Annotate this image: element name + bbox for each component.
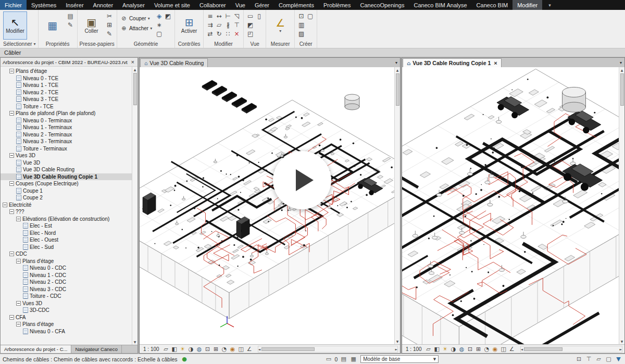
scroll-thumb[interactable] <box>133 73 137 105</box>
delete-icon[interactable]: × <box>232 29 241 38</box>
ribbon-tab-analyser[interactable]: Analyser <box>118 0 149 10</box>
tree-item[interactable]: Vue 3D Cable Routing <box>1 166 132 173</box>
ribbon-tab-collaborer[interactable]: Collaborer <box>195 0 231 10</box>
view1-vertical-scrollbar[interactable]: ▲ ▼ <box>394 67 400 344</box>
tree-item[interactable]: Plans d'étage <box>1 321 132 328</box>
ribbon-tab-vue[interactable]: Vue <box>231 0 250 10</box>
requests-icon[interactable]: ▭ <box>324 355 332 363</box>
scroll-thumb[interactable] <box>524 347 562 351</box>
detail-level-icon[interactable]: ▱ <box>424 345 433 353</box>
horizontal-scrollbar[interactable]: ◄► <box>258 346 398 353</box>
tree-item[interactable]: CDC <box>1 250 132 258</box>
show-crop-region-icon[interactable]: ⊞ <box>474 345 483 353</box>
ribbon-tab-modifier[interactable]: Modifier <box>512 0 542 10</box>
scroll-up-icon[interactable]: ▲ <box>396 67 399 73</box>
tree-item[interactable]: Toiture - CDC <box>1 293 132 300</box>
crop-view-icon[interactable]: ⊡ <box>204 345 212 353</box>
reveal-hidden-elements-icon[interactable]: ◉ <box>229 345 237 353</box>
ribbon-tab-g-rer[interactable]: Gérer <box>250 0 274 10</box>
tree-item[interactable]: Coupe 1 <box>1 187 132 195</box>
scroll-left-icon[interactable]: ◄ <box>258 346 261 352</box>
filter-icon[interactable]: ▼ <box>615 355 622 363</box>
tree-item[interactable]: Niveau 2 - CDC <box>1 279 132 286</box>
tree-item[interactable]: Niveau 2 - Terminaux <box>1 131 132 139</box>
scroll-right-icon[interactable]: ► <box>619 346 622 352</box>
view-tab-vue-3d-cable-routing[interactable]: ⌂Vue 3D Cable Routing <box>140 58 208 67</box>
tree-item[interactable]: Plans d'étage <box>1 258 132 265</box>
view-scale-button[interactable]: 1 : 100 <box>141 346 162 352</box>
tree-item[interactable]: Vue 3D <box>1 159 132 167</box>
ribbon-tab-syst-mes[interactable]: Systèmes <box>27 0 61 10</box>
ribbon-tab-probl-mes[interactable]: Problèmes <box>319 0 356 10</box>
collapse-icon[interactable] <box>16 259 21 263</box>
tree-item[interactable]: 3D-CDC <box>1 307 132 314</box>
detail-level-icon[interactable]: ▱ <box>162 345 170 353</box>
tree-item[interactable]: Niveau 0 - Terminaux <box>1 117 132 124</box>
window-list-chevron[interactable]: ▾ <box>617 60 624 65</box>
show-rendering-icon[interactable]: ◍ <box>458 345 466 353</box>
create-similar-icon[interactable]: ▢ <box>155 29 164 38</box>
select-underlay-icon[interactable]: ▱ <box>595 355 603 363</box>
collapse-icon[interactable] <box>9 209 14 214</box>
scroll-down-icon[interactable]: ▼ <box>134 339 136 345</box>
crop-view-icon[interactable]: ⊡ <box>466 345 474 353</box>
visual-style-icon[interactable]: ◧ <box>433 345 441 353</box>
tree-item[interactable]: Niveau 1 - Terminaux <box>1 124 132 131</box>
worksets-icon[interactable]: ▤ <box>340 355 347 363</box>
collapse-icon[interactable] <box>9 111 14 116</box>
collapse-icon[interactable] <box>16 322 21 327</box>
tree-item[interactable]: Niveau 0 - TCE <box>1 75 132 82</box>
ribbon-tab-volume-et-site[interactable]: Volume et site <box>149 0 195 10</box>
collapse-icon[interactable] <box>3 203 7 207</box>
ribbon-tab-caneco-bim-analyse[interactable]: Caneco BIM Analyse <box>409 0 471 10</box>
window-list-chevron[interactable]: ▾ <box>393 60 400 65</box>
paint-icon[interactable]: ◈ <box>155 11 164 20</box>
tree-item[interactable]: Niveau 0 - CFA <box>1 328 132 335</box>
rotate-icon[interactable]: ↻ <box>215 29 223 38</box>
properties-button[interactable]: ▦ <box>41 11 65 40</box>
view-scale-button[interactable]: 1 : 100 <box>403 346 424 352</box>
demolish-icon[interactable]: ∗ <box>155 20 164 29</box>
ribbon-tab-annoter[interactable]: Annoter <box>89 0 118 10</box>
cut-icon[interactable]: ✂ <box>105 11 114 20</box>
tree-item[interactable]: Plans d'étage <box>1 68 132 75</box>
active-workset-select[interactable]: Modèle de base ▼ <box>360 355 439 363</box>
select-pinned-icon[interactable]: ⊤ <box>585 355 593 363</box>
shadows-icon[interactable]: ◑ <box>187 345 195 353</box>
ribbon-tab-ins-rer[interactable]: Insérer <box>61 0 88 10</box>
tree-item[interactable]: Niveau 0 - CDC <box>1 265 132 272</box>
measure-button[interactable]: ∠▾ <box>268 11 292 40</box>
array-icon[interactable]: ∷ <box>223 29 232 38</box>
scroll-down-icon[interactable]: ▼ <box>396 338 399 344</box>
show-constraints-icon[interactable]: ∠ <box>245 345 254 353</box>
video-play-overlay[interactable] <box>273 151 331 209</box>
tree-item[interactable]: Niveau 3 - TCE <box>1 96 132 103</box>
show-rendering-icon[interactable]: ◍ <box>195 345 204 353</box>
mirror-icon[interactable]: ⇄ <box>206 29 215 38</box>
copy-icon[interactable]: ⊞ <box>105 20 114 29</box>
scroll-up-icon[interactable]: ▲ <box>621 67 623 73</box>
offset-icon[interactable]: ⇉ <box>206 20 215 29</box>
split-icon[interactable]: ∦ <box>223 20 232 29</box>
attacher-button[interactable]: ⊕Attacher▾ <box>119 23 153 33</box>
show-crop-region-icon[interactable]: ⊞ <box>212 345 220 353</box>
isolate-icon[interactable]: ◰ <box>246 29 255 38</box>
graphics-icon[interactable]: ◩ <box>246 20 255 29</box>
match-icon[interactable]: ✎ <box>66 20 75 29</box>
scroll-up-icon[interactable]: ▲ <box>134 67 136 72</box>
ribbon-tab-caneco-bim[interactable]: Caneco BIM <box>472 0 513 10</box>
copy-move-icon[interactable]: ▱ <box>215 20 223 29</box>
tree-item[interactable]: Niveau 1 - TCE <box>1 82 132 89</box>
match-icon[interactable]: ✎ <box>105 29 114 38</box>
create-group-icon[interactable]: ⊡ <box>297 11 306 20</box>
tree-item[interactable]: Toiture - TCE <box>1 103 132 110</box>
paste-button[interactable]: ▣Coller <box>80 11 104 40</box>
tree-item[interactable]: Vues 3D <box>1 300 132 307</box>
tree-item[interactable]: Elec - Nord <box>1 230 132 237</box>
tree-item[interactable]: CFA <box>1 314 132 321</box>
scroll-left-icon[interactable]: ◄ <box>521 346 523 352</box>
trim-icon[interactable]: ⊢ <box>223 11 232 20</box>
scroll-thumb[interactable] <box>620 73 624 106</box>
show-constraints-icon[interactable]: ∠ <box>508 345 516 353</box>
move-icon[interactable]: ↔ <box>215 11 223 20</box>
